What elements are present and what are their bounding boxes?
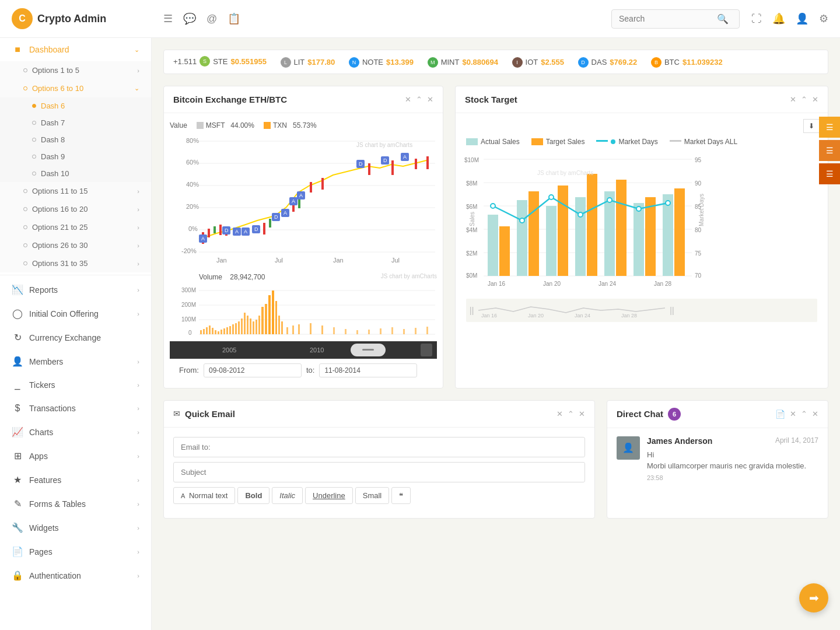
- ticker-btc: B BTC $11.039232: [651, 57, 723, 68]
- dashboard-chevron: ⌄: [134, 46, 139, 54]
- sidebar-options-31-35[interactable]: Options 31 to 35 ›: [0, 254, 151, 272]
- svg-rect-66: [206, 327, 208, 334]
- svg-text:300M: 300M: [181, 287, 196, 293]
- slider-right-handle[interactable]: [421, 344, 432, 356]
- bitcoin-chart-title: Bitcoin Exchange ETH/BTC: [173, 94, 287, 104]
- svg-text:20%: 20%: [186, 203, 199, 210]
- at-icon[interactable]: @: [206, 13, 217, 25]
- bell-icon[interactable]: 🔔: [772, 12, 785, 25]
- sidebar-item-dashboard[interactable]: ■ Dashboard ⌄: [0, 38, 151, 61]
- right-panel-btn-1[interactable]: ☰: [819, 117, 840, 138]
- italic-btn[interactable]: Italic: [272, 487, 303, 504]
- normal-text-btn[interactable]: A Normal text: [173, 487, 235, 504]
- date-from-input[interactable]: [204, 363, 302, 377]
- sidebar-item-widgets[interactable]: 🔧 Widgets ›: [0, 516, 151, 540]
- mint-price: $0.880694: [462, 58, 498, 66]
- sidebar-item-transactions[interactable]: $ Transactions ›: [0, 397, 151, 420]
- sidebar-options-1-5[interactable]: Options 1 to 5 ›: [0, 61, 151, 79]
- search-box[interactable]: 🔍: [611, 9, 740, 29]
- bitcoin-close-x[interactable]: ✕: [405, 95, 411, 104]
- underline-btn[interactable]: Underline: [305, 487, 353, 504]
- sidebar-options-11-15[interactable]: Options 11 to 15 ›: [0, 182, 151, 200]
- chat-message-text: Morbi ullamcorper mauris nec gravida mol…: [647, 460, 818, 472]
- chat-collapse[interactable]: ⌃: [801, 410, 807, 418]
- year-2010: 2010: [310, 346, 324, 354]
- chat-close-x[interactable]: ✕: [790, 410, 796, 418]
- header-right-icons: ⛶ 🔔 👤 ⚙: [751, 12, 828, 25]
- chat-icon[interactable]: 💬: [183, 12, 196, 25]
- sidebar-item-currency[interactable]: ↻ Currency Exchange: [0, 326, 151, 349]
- sidebar-options-26-30[interactable]: Options 26 to 30 ›: [0, 236, 151, 254]
- email-collapse[interactable]: ⌃: [568, 410, 574, 418]
- sidebar-item-members[interactable]: 👤 Members ›: [0, 349, 151, 373]
- sidebar-item-tickers[interactable]: ⎯ Tickers ›: [0, 373, 151, 397]
- charts-chevron: ›: [137, 429, 139, 436]
- dash-10-item[interactable]: Dash 10: [0, 165, 151, 182]
- svg-text:$2M: $2M: [466, 250, 477, 257]
- email-to-input[interactable]: [173, 437, 585, 457]
- floating-action-btn[interactable]: ➡: [799, 583, 828, 612]
- user-icon[interactable]: 👤: [796, 12, 808, 25]
- sidebar-options-21-25[interactable]: Options 21 to 25 ›: [0, 218, 151, 236]
- chat-meta: James Anderson April 14, 2017: [647, 436, 818, 446]
- clipboard-icon[interactable]: 📋: [228, 12, 240, 25]
- quote-icon: ❝: [399, 491, 403, 500]
- target-sales-color: [531, 138, 543, 145]
- svg-rect-64: [200, 330, 202, 334]
- chat-badge: 6: [668, 408, 681, 421]
- right-panel-btn-2[interactable]: ☰: [819, 140, 840, 161]
- stock-close-x[interactable]: ✕: [790, 95, 796, 104]
- svg-rect-87: [268, 295, 271, 334]
- chat-close[interactable]: ✕: [812, 410, 818, 418]
- dash-6-item[interactable]: Dash 6: [0, 97, 151, 114]
- fullscreen-icon[interactable]: ⛶: [751, 13, 762, 25]
- market-days-all-color: [670, 140, 681, 142]
- stock-scroll-left[interactable]: ||: [470, 306, 474, 315]
- sidebar-item-charts[interactable]: 📈 Charts ›: [0, 420, 151, 444]
- dash-9-item[interactable]: Dash 9: [0, 148, 151, 165]
- options-26-30-label: Options 26 to 30: [32, 241, 88, 250]
- chat-expand-icon[interactable]: 📄: [775, 410, 785, 419]
- quick-email-header: ✉ Quick Email ✕ ⌃ ✕: [164, 401, 594, 428]
- pages-label: Pages: [29, 547, 52, 556]
- sidebar-item-auth[interactable]: 🔒 Authentication ›: [0, 564, 151, 587]
- options-31-35-chevron: ›: [137, 260, 139, 267]
- small-btn[interactable]: Small: [355, 487, 390, 504]
- right-panel-btn-3[interactable]: ☰: [819, 163, 840, 184]
- quote-btn[interactable]: ❝: [391, 487, 411, 504]
- svg-text:Jan 16: Jan 16: [488, 281, 505, 287]
- dash-8-item[interactable]: Dash 8: [0, 131, 151, 148]
- sidebar-item-features[interactable]: ★ Features ›: [0, 468, 151, 492]
- stock-scroll-right[interactable]: ||: [670, 306, 674, 315]
- email-close[interactable]: ✕: [579, 410, 585, 418]
- quick-email-card: ✉ Quick Email ✕ ⌃ ✕ A Norm: [163, 400, 595, 519]
- svg-text:A: A: [244, 229, 247, 235]
- sidebar-item-pages[interactable]: 📄 Pages ›: [0, 540, 151, 564]
- timeline-slider[interactable]: 2005 2010: [170, 341, 437, 359]
- quick-email-body: A Normal text Bold Italic Underline: [164, 428, 594, 518]
- sidebar-options-16-20[interactable]: Options 16 to 20 ›: [0, 200, 151, 218]
- search-input[interactable]: [619, 14, 712, 23]
- options-1-5-chevron: ›: [137, 67, 139, 74]
- email-subject-input[interactable]: [173, 462, 585, 482]
- sidebar-item-apps[interactable]: ⊞ Apps ›: [0, 444, 151, 468]
- date-to-input[interactable]: [319, 363, 417, 377]
- sidebar-item-ico[interactable]: ◯ Initial Coin Offering ›: [0, 302, 151, 326]
- slider-thumb[interactable]: [351, 344, 386, 356]
- ste-change: +1.511: [173, 57, 197, 66]
- bitcoin-close[interactable]: ✕: [427, 95, 433, 104]
- stock-close[interactable]: ✕: [812, 95, 818, 104]
- stock-collapse[interactable]: ⌃: [801, 95, 807, 104]
- stock-download-btn[interactable]: ⬇: [803, 119, 820, 133]
- sidebar-item-reports[interactable]: 📉 Reports ›: [0, 278, 151, 302]
- dash-7-item[interactable]: Dash 7: [0, 114, 151, 131]
- gear-icon[interactable]: ⚙: [819, 12, 828, 25]
- sidebar-options-6-10[interactable]: Options 6 to 10 ⌄: [0, 79, 151, 97]
- bitcoin-collapse[interactable]: ⌃: [416, 95, 422, 104]
- svg-rect-101: [380, 328, 382, 334]
- menu-icon[interactable]: ☰: [163, 12, 173, 25]
- quick-email-controls: ✕ ⌃ ✕: [556, 410, 585, 418]
- email-close-x[interactable]: ✕: [556, 410, 563, 418]
- bold-btn[interactable]: Bold: [237, 487, 270, 504]
- sidebar-item-forms[interactable]: ✎ Forms & Tables ›: [0, 492, 151, 516]
